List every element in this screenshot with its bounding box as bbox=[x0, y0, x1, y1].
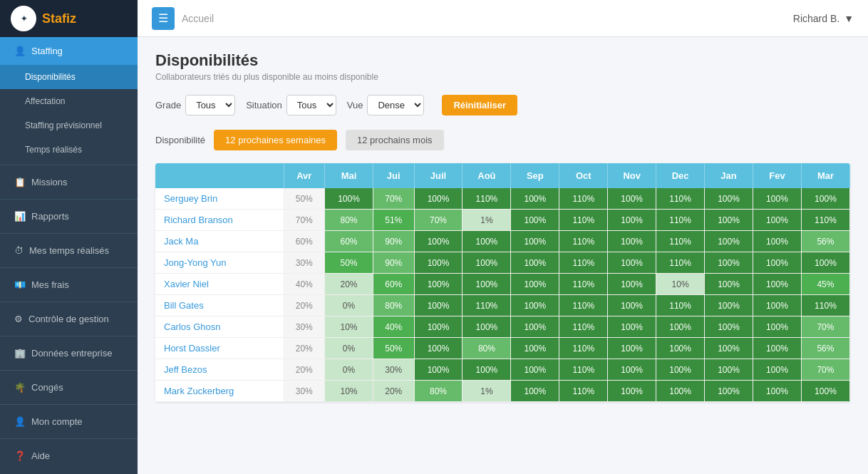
cell-7-10: 100% bbox=[753, 338, 802, 359]
cell-5-11: 110% bbox=[801, 295, 849, 316]
divider-8 bbox=[0, 404, 138, 405]
cell-6-3: 100% bbox=[414, 316, 463, 338]
cell-6-8: 100% bbox=[656, 316, 705, 338]
cell-3-4: 100% bbox=[463, 252, 511, 274]
cell-1-5: 100% bbox=[511, 210, 559, 231]
row-name-9[interactable]: Mark Zuckerberg bbox=[155, 381, 284, 402]
sidebar-item-rapports[interactable]: 📊 Rapports bbox=[0, 202, 138, 230]
cell-8-9: 100% bbox=[705, 359, 753, 381]
temps-icon: ⏱ bbox=[14, 245, 24, 256]
sidebar-item-temps-realises[interactable]: Temps réalisés bbox=[0, 138, 138, 162]
cell-4-1: 20% bbox=[325, 274, 373, 295]
row-name-5[interactable]: Bill Gates bbox=[155, 295, 284, 316]
row-name-8[interactable]: Jeff Bezos bbox=[155, 359, 284, 381]
cell-2-11: 56% bbox=[801, 231, 849, 252]
cell-3-11: 100% bbox=[801, 252, 849, 274]
logo-text: Stafiz bbox=[42, 11, 76, 26]
cell-7-5: 100% bbox=[511, 338, 559, 359]
vue-select[interactable]: Dense bbox=[367, 95, 424, 115]
table-header-row: Avr Mai Jui Juil Aoû Sep Oct Nov Dec Jan… bbox=[155, 163, 850, 188]
sidebar-item-staffing-prev[interactable]: Staffing prévisionnel bbox=[0, 113, 138, 138]
reinitialiser-button[interactable]: Réinitialiser bbox=[442, 95, 517, 115]
sidebar-item-affectation[interactable]: Affectation bbox=[0, 89, 138, 113]
cell-8-3: 100% bbox=[414, 359, 463, 381]
col-mar: Mar bbox=[801, 163, 849, 188]
table-row: Richard Branson70%80%51%70%1%100%110%100… bbox=[155, 210, 850, 231]
disponibilites-table: Avr Mai Jui Juil Aoû Sep Oct Nov Dec Jan… bbox=[155, 163, 850, 402]
cell-2-5: 100% bbox=[511, 231, 559, 252]
cell-7-3: 100% bbox=[414, 338, 463, 359]
row-name-1[interactable]: Richard Branson bbox=[155, 210, 284, 231]
sidebar-item-mes-frais[interactable]: 💶 Mes frais bbox=[0, 271, 138, 299]
cell-0-10: 100% bbox=[753, 188, 802, 210]
cell-0-4: 110% bbox=[463, 188, 511, 210]
disponibilite-label: Disponibilité bbox=[155, 135, 205, 145]
row-name-7[interactable]: Horst Dassler bbox=[155, 338, 284, 359]
cell-3-9: 100% bbox=[705, 252, 753, 274]
sidebar-item-donnees[interactable]: 🏢 Données entreprise bbox=[0, 339, 138, 367]
sidebar-item-mon-compte[interactable]: 👤 Mon compte bbox=[0, 408, 138, 436]
grade-select[interactable]: Tous bbox=[185, 95, 235, 115]
semaines-button[interactable]: 12 prochaines semaines bbox=[214, 130, 337, 150]
cell-4-2: 60% bbox=[373, 274, 414, 295]
row-name-4[interactable]: Xavier Niel bbox=[155, 274, 284, 295]
cell-5-0: 20% bbox=[284, 295, 325, 316]
table-wrapper: Avr Mai Jui Juil Aoû Sep Oct Nov Dec Jan… bbox=[155, 163, 850, 402]
cell-4-10: 100% bbox=[753, 274, 802, 295]
sidebar-item-aide[interactable]: ❓ Aide bbox=[0, 442, 138, 470]
hamburger-button[interactable]: ☰ bbox=[152, 7, 175, 30]
page-subtitle: Collaborateurs triés du plus disponible … bbox=[155, 72, 850, 82]
cell-3-1: 50% bbox=[325, 252, 373, 274]
page-title: Disponibilités bbox=[155, 51, 850, 70]
cell-6-4: 100% bbox=[463, 316, 511, 338]
divider-4 bbox=[0, 267, 138, 268]
col-sep: Sep bbox=[511, 163, 559, 188]
row-name-0[interactable]: Serguey Brin bbox=[155, 188, 284, 210]
cell-1-3: 70% bbox=[414, 210, 463, 231]
missions-icon: 📋 bbox=[14, 177, 26, 187]
row-name-2[interactable]: Jack Ma bbox=[155, 231, 284, 252]
sidebar-item-conges[interactable]: 🌴 Congés bbox=[0, 373, 138, 401]
table-row: Bill Gates20%0%80%100%110%100%110%100%11… bbox=[155, 295, 850, 316]
cell-8-10: 100% bbox=[753, 359, 802, 381]
table-row: Xavier Niel40%20%60%100%100%100%110%100%… bbox=[155, 274, 850, 295]
sidebar-item-controle[interactable]: ⚙ Contrôle de gestion bbox=[0, 305, 138, 333]
cell-0-8: 110% bbox=[656, 188, 705, 210]
filters-row: Grade Tous Situation Tous Vue Dense Réin… bbox=[155, 95, 850, 115]
cell-7-0: 20% bbox=[284, 338, 325, 359]
row-name-6[interactable]: Carlos Ghosn bbox=[155, 316, 284, 338]
cell-2-8: 110% bbox=[656, 231, 705, 252]
cell-6-5: 100% bbox=[511, 316, 559, 338]
situation-filter-group: Situation Tous bbox=[246, 95, 336, 115]
table-row: Jong-Yong Yun30%50%90%100%100%100%110%10… bbox=[155, 252, 850, 274]
col-fev: Fev bbox=[753, 163, 802, 188]
cell-1-2: 51% bbox=[373, 210, 414, 231]
sidebar-item-disponibilites[interactable]: Disponibilités bbox=[0, 65, 138, 89]
sidebar: ✦ Stafiz 👤 Staffing Disponibilités Affec… bbox=[0, 0, 138, 474]
sidebar-item-missions[interactable]: 📋 Missions bbox=[0, 168, 138, 196]
sidebar-item-mes-temps[interactable]: ⏱ Mes temps réalisés bbox=[0, 237, 138, 264]
situation-select[interactable]: Tous bbox=[286, 95, 336, 115]
cell-2-2: 90% bbox=[373, 231, 414, 252]
cell-6-10: 100% bbox=[753, 316, 802, 338]
cell-9-0: 30% bbox=[284, 381, 325, 402]
cell-7-9: 100% bbox=[705, 338, 753, 359]
col-mai: Mai bbox=[325, 163, 373, 188]
mon-compte-icon: 👤 bbox=[14, 416, 26, 427]
cell-1-1: 80% bbox=[325, 210, 373, 231]
table-row: Horst Dassler20%0%50%100%80%100%110%100%… bbox=[155, 338, 850, 359]
cell-9-2: 20% bbox=[373, 381, 414, 402]
table-row: Jack Ma60%60%90%100%100%100%110%100%110%… bbox=[155, 231, 850, 252]
chevron-down-icon: ▼ bbox=[844, 13, 854, 24]
cell-9-7: 100% bbox=[608, 381, 656, 402]
mois-button[interactable]: 12 prochains mois bbox=[346, 130, 444, 150]
divider-7 bbox=[0, 370, 138, 371]
table-row: Serguey Brin50%100%70%100%110%100%110%10… bbox=[155, 188, 850, 210]
col-jan: Jan bbox=[705, 163, 753, 188]
cell-1-10: 100% bbox=[753, 210, 802, 231]
cell-2-3: 100% bbox=[414, 231, 463, 252]
row-name-3[interactable]: Jong-Yong Yun bbox=[155, 252, 284, 274]
col-juil: Juil bbox=[414, 163, 463, 188]
sidebar-item-staffing[interactable]: 👤 Staffing bbox=[0, 37, 138, 65]
cell-2-9: 100% bbox=[705, 231, 753, 252]
